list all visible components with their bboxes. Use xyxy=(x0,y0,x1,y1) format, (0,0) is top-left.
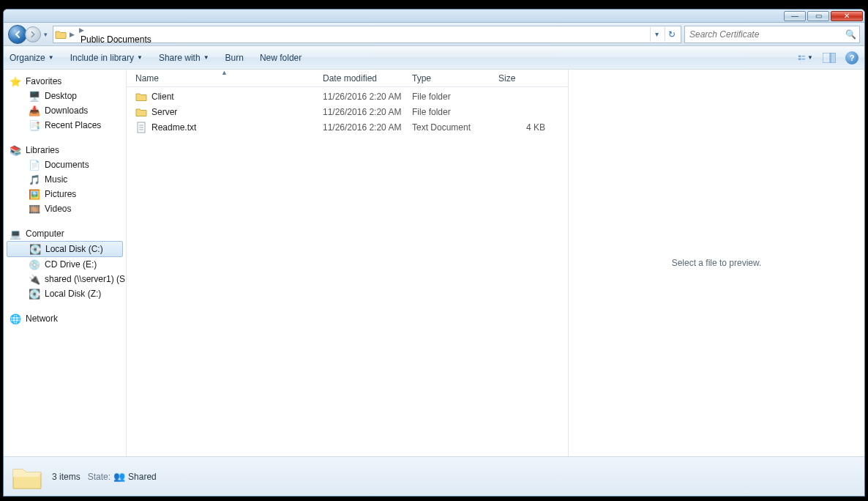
chevron-right-icon[interactable]: ▶ xyxy=(78,26,86,34)
nav-local-disk-z[interactable]: 💽Local Disk (Z:) xyxy=(4,286,126,301)
file-type: File folder xyxy=(408,92,494,102)
status-state-value: Shared xyxy=(128,472,157,482)
forward-button[interactable] xyxy=(25,26,41,42)
file-row[interactable]: Client11/26/2016 2:20 AMFile folder xyxy=(127,89,568,104)
preview-pane-button[interactable] xyxy=(822,51,837,64)
refresh-button[interactable]: ↻ xyxy=(665,27,678,42)
status-bar: 3 items State: 👥 Shared xyxy=(4,456,864,496)
svg-rect-2 xyxy=(801,56,804,56)
network-drive-icon: 🔌 xyxy=(29,273,40,285)
close-button[interactable]: ✕ xyxy=(831,11,863,21)
shared-icon: 👥 xyxy=(113,471,125,483)
file-size: 4 KB xyxy=(494,122,550,133)
network-icon: 🌐 xyxy=(10,313,21,324)
file-date: 11/26/2016 2:20 AM xyxy=(318,122,408,133)
file-list: ▲Name Date modified Type Size Client11/2… xyxy=(127,70,568,456)
status-state-label: State: xyxy=(88,472,111,482)
documents-icon: 📄 xyxy=(29,159,40,171)
folder-icon xyxy=(135,106,147,118)
file-rows: Client11/26/2016 2:20 AMFile folderServe… xyxy=(127,87,568,135)
text-file-icon xyxy=(135,122,147,133)
folder-large-icon xyxy=(11,462,43,491)
nav-recent-places[interactable]: 📑Recent Places xyxy=(4,118,126,133)
address-bar[interactable]: ▶ Computer▶Local Disk (C:)▶Users▶Public▶… xyxy=(53,26,681,43)
computer-icon: 💻 xyxy=(10,228,21,240)
desktop-icon: 🖥️ xyxy=(29,90,40,102)
svg-rect-5 xyxy=(831,53,836,63)
nav-documents[interactable]: 📄Documents xyxy=(4,157,126,172)
folder-icon xyxy=(135,91,147,103)
sort-asc-icon: ▲ xyxy=(221,69,228,76)
search-icon[interactable]: 🔍 xyxy=(845,29,856,40)
file-type: File folder xyxy=(408,107,494,117)
libraries-header[interactable]: 📚 Libraries xyxy=(4,143,126,157)
file-name: Readme.txt xyxy=(151,122,196,133)
nav-desktop[interactable]: 🖥️Desktop xyxy=(4,89,126,103)
col-type[interactable]: Type xyxy=(408,70,494,86)
navbar: ▾ ▶ Computer▶Local Disk (C:)▶Users▶Publi… xyxy=(4,23,864,46)
nav-downloads[interactable]: 📥Downloads xyxy=(4,103,126,118)
nav-music[interactable]: 🎵Music xyxy=(4,172,126,187)
breadcrumb-public-documents[interactable]: Public Documents xyxy=(78,34,154,43)
star-icon: ⭐ xyxy=(10,75,21,87)
search-input[interactable] xyxy=(688,29,845,40)
pictures-icon: 🖼️ xyxy=(29,188,40,200)
minimize-button[interactable]: — xyxy=(784,11,806,21)
content-area: ▲Name Date modified Type Size Client11/2… xyxy=(127,70,864,456)
explorer-window: — ▭ ✕ ▾ ▶ Computer▶Local Disk (C:)▶Users… xyxy=(3,9,865,497)
nav-local-disk-c[interactable]: 💽Local Disk (C:) xyxy=(7,241,123,257)
toolbar: Organize▼ Include in library▼ Share with… xyxy=(4,46,864,70)
computer-group: 💻 Computer 💽Local Disk (C:) 💿CD Drive (E… xyxy=(4,226,126,301)
svg-rect-4 xyxy=(823,53,830,63)
drive-icon: 💽 xyxy=(29,243,41,255)
include-in-library-menu[interactable]: Include in library▼ xyxy=(70,53,143,63)
nav-pictures[interactable]: 🖼️Pictures xyxy=(4,187,126,201)
share-with-menu[interactable]: Share with▼ xyxy=(159,53,209,63)
svg-rect-0 xyxy=(798,55,801,56)
videos-icon: 🎞️ xyxy=(29,203,40,215)
drive-icon: 💽 xyxy=(29,288,40,300)
body: ⭐ Favorites 🖥️Desktop 📥Downloads 📑Recent… xyxy=(4,70,864,456)
nav-videos[interactable]: 🎞️Videos xyxy=(4,201,126,216)
column-headers: ▲Name Date modified Type Size xyxy=(127,70,568,87)
chevron-right-icon[interactable]: ▶ xyxy=(68,31,76,38)
view-options-button[interactable]: ▼ xyxy=(798,51,813,64)
help-button[interactable]: ? xyxy=(845,51,858,64)
preview-empty-text: Select a file to preview. xyxy=(672,258,762,268)
nav-network-share[interactable]: 🔌shared (\\server1) (S xyxy=(4,272,126,286)
address-dropdown[interactable]: ▾ xyxy=(650,27,663,42)
col-name[interactable]: ▲Name xyxy=(131,70,318,86)
network-group: 🌐 Network xyxy=(4,311,126,326)
status-item-count: 3 items xyxy=(52,472,81,482)
nav-history-dropdown[interactable]: ▾ xyxy=(41,27,50,42)
recent-icon: 📑 xyxy=(29,119,40,131)
computer-header[interactable]: 💻 Computer xyxy=(4,226,126,241)
file-row[interactable]: Readme.txt11/26/2016 2:20 AMText Documen… xyxy=(127,119,568,135)
new-folder-button[interactable]: New folder xyxy=(260,53,302,63)
cd-icon: 💿 xyxy=(29,259,40,270)
file-row[interactable]: Server11/26/2016 2:20 AMFile folder xyxy=(127,104,568,119)
favorites-header[interactable]: ⭐ Favorites xyxy=(4,74,126,89)
nav-cd-drive[interactable]: 💿CD Drive (E:) xyxy=(4,257,126,272)
preview-pane: Select a file to preview. xyxy=(568,70,864,456)
file-name: Client xyxy=(151,92,174,102)
folder-icon xyxy=(55,29,67,40)
file-type: Text Document xyxy=(408,122,494,133)
maximize-button[interactable]: ▭ xyxy=(807,11,829,21)
file-date: 11/26/2016 2:20 AM xyxy=(318,107,408,117)
file-date: 11/26/2016 2:20 AM xyxy=(318,92,408,102)
favorites-group: ⭐ Favorites 🖥️Desktop 📥Downloads 📑Recent… xyxy=(4,74,126,133)
col-date[interactable]: Date modified xyxy=(318,70,408,86)
svg-rect-3 xyxy=(801,59,804,59)
burn-button[interactable]: Burn xyxy=(225,53,244,63)
libraries-icon: 📚 xyxy=(10,144,21,156)
navigation-pane: ⭐ Favorites 🖥️Desktop 📥Downloads 📑Recent… xyxy=(4,70,127,456)
libraries-group: 📚 Libraries 📄Documents 🎵Music 🖼️Pictures… xyxy=(4,143,126,216)
search-box[interactable]: 🔍 xyxy=(684,26,860,43)
music-icon: 🎵 xyxy=(29,174,40,185)
network-header[interactable]: 🌐 Network xyxy=(4,311,126,326)
col-size[interactable]: Size xyxy=(494,70,550,86)
organize-menu[interactable]: Organize▼ xyxy=(10,53,54,63)
downloads-icon: 📥 xyxy=(29,105,40,116)
titlebar: — ▭ ✕ xyxy=(4,10,864,23)
